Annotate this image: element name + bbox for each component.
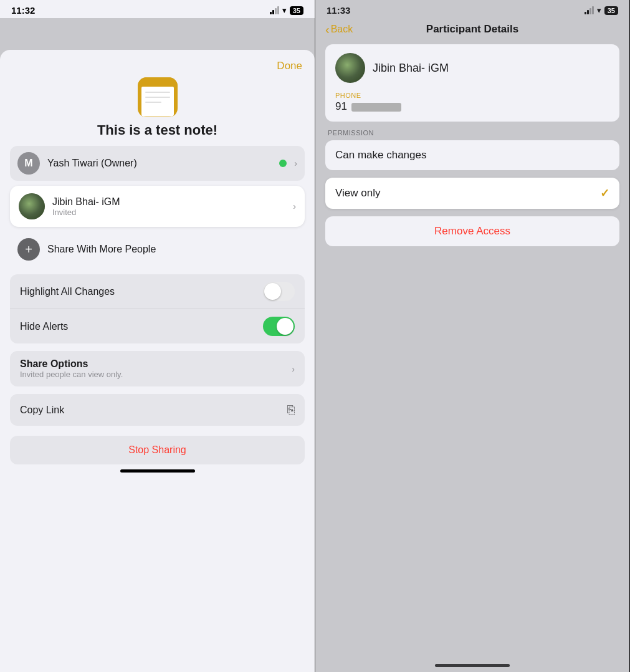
detail-person-row: Jibin Bhai- iGM bbox=[335, 53, 609, 83]
settings-section: Highlight All Changes Hide Alerts bbox=[0, 274, 315, 343]
toggle-thumb-on bbox=[277, 318, 294, 335]
copy-icon: ⎘ bbox=[287, 403, 295, 417]
phone-label: Phone bbox=[335, 92, 609, 99]
detail-name: Jibin Bhai- iGM bbox=[373, 62, 449, 75]
can-make-changes-text: Can make changes bbox=[335, 149, 426, 161]
share-options-title: Share Options bbox=[20, 358, 123, 370]
owner-name: Yash Tiwari (Owner) bbox=[47, 158, 272, 169]
copy-link-text: Copy Link bbox=[20, 405, 64, 416]
back-button[interactable]: ‹ Back bbox=[325, 22, 353, 37]
note-title: This is a test note! bbox=[97, 122, 217, 138]
home-indicator bbox=[120, 469, 195, 473]
right-home-indicator bbox=[435, 664, 510, 667]
phone-blur bbox=[351, 103, 401, 112]
right-wifi-icon: ▾ bbox=[597, 6, 601, 15]
permission-label: PERMISSION bbox=[325, 129, 619, 137]
owner-chevron-icon: › bbox=[294, 158, 297, 168]
note-line-3 bbox=[145, 102, 161, 103]
left-status-icons: ▾ 35 bbox=[270, 6, 303, 15]
note-line-1 bbox=[145, 92, 170, 93]
remove-access-button[interactable]: Remove Access bbox=[325, 216, 619, 246]
phone-number: 91 bbox=[335, 100, 609, 113]
note-line-2 bbox=[145, 97, 170, 98]
highlight-changes-row[interactable]: Highlight All Changes bbox=[10, 274, 305, 309]
detail-avatar bbox=[335, 53, 365, 83]
highlight-changes-label: Highlight All Changes bbox=[20, 286, 115, 297]
right-battery-icon: 35 bbox=[604, 6, 618, 15]
hide-alerts-row[interactable]: Hide Alerts bbox=[10, 309, 305, 343]
done-button[interactable]: Done bbox=[277, 60, 302, 72]
right-time: 11:33 bbox=[327, 5, 350, 16]
participant-avatar-img bbox=[19, 193, 45, 219]
owner-row[interactable]: M Yash Tiwari (Owner) › bbox=[10, 146, 305, 181]
right-phone-screen: 11:33 ▾ 35 ‹ Back Participant Details Ji… bbox=[315, 0, 629, 672]
share-sheet: Done This is a test note! M Yash Tiwari … bbox=[0, 50, 315, 672]
signal-icon bbox=[270, 6, 279, 14]
participant-row[interactable]: Jibin Bhai- iGM Invited › bbox=[10, 186, 305, 227]
toggle-thumb bbox=[264, 283, 281, 300]
detail-phone-section: Phone 91 bbox=[335, 92, 609, 113]
remove-access-section: Remove Access bbox=[325, 216, 619, 246]
share-options-row[interactable]: Share Options Invited people can view on… bbox=[10, 351, 305, 386]
share-options-text: Share Options Invited people can view on… bbox=[20, 358, 123, 379]
stop-sharing-button[interactable]: Stop Sharing bbox=[10, 436, 305, 464]
left-phone-screen: 11:32 ▾ 35 Done bbox=[0, 0, 315, 672]
share-sheet-header: Done bbox=[0, 50, 315, 77]
participants-section: M Yash Tiwari (Owner) › Jibin Bhai- iGM … bbox=[0, 146, 315, 267]
right-signal-icon bbox=[585, 6, 594, 14]
checkmark-icon: ✓ bbox=[600, 186, 609, 200]
note-icon-inner bbox=[141, 87, 174, 117]
plus-icon: + bbox=[17, 238, 40, 261]
share-options-chevron-icon: › bbox=[292, 364, 295, 374]
permission-section: PERMISSION Can make changes bbox=[325, 129, 619, 170]
participant-info: Jibin Bhai- iGM Invited bbox=[52, 196, 285, 217]
back-chevron-icon: ‹ bbox=[325, 22, 330, 37]
highlight-changes-toggle[interactable] bbox=[263, 282, 295, 301]
right-status-icons: ▾ 35 bbox=[585, 6, 618, 15]
nav-bar: ‹ Back Participant Details bbox=[315, 18, 629, 41]
left-status-bar: 11:32 ▾ 35 bbox=[0, 0, 315, 18]
phone-prefix: 91 bbox=[335, 100, 347, 112]
participant-avatar bbox=[19, 193, 45, 219]
view-only-text: View only bbox=[335, 187, 380, 199]
participant-chevron-icon: › bbox=[293, 201, 296, 211]
left-time: 11:32 bbox=[11, 5, 35, 16]
wifi-icon: ▾ bbox=[282, 6, 287, 15]
share-options-card[interactable]: Share Options Invited people can view on… bbox=[10, 351, 305, 386]
note-icon-area: This is a test note! bbox=[0, 77, 315, 146]
owner-avatar: M bbox=[17, 152, 40, 175]
hide-alerts-label: Hide Alerts bbox=[20, 321, 68, 332]
participant-status: Invited bbox=[52, 208, 285, 217]
online-indicator bbox=[279, 160, 287, 167]
share-options-subtitle: Invited people can view only. bbox=[20, 370, 123, 379]
nav-title: Participant Details bbox=[426, 23, 518, 36]
permission-card: Can make changes bbox=[325, 140, 619, 170]
share-more-text: Share With More People bbox=[47, 244, 156, 255]
share-more-row[interactable]: + Share With More People bbox=[10, 232, 305, 267]
can-make-changes-option[interactable]: Can make changes bbox=[325, 140, 619, 170]
battery-icon: 35 bbox=[290, 6, 303, 15]
view-only-option[interactable]: View only ✓ bbox=[325, 178, 619, 209]
back-label: Back bbox=[331, 24, 353, 35]
participant-name: Jibin Bhai- iGM bbox=[52, 196, 285, 208]
participant-detail-card: Jibin Bhai- iGM Phone 91 bbox=[325, 44, 619, 122]
right-status-bar: 11:33 ▾ 35 bbox=[315, 0, 629, 18]
hide-alerts-toggle[interactable] bbox=[263, 317, 295, 336]
note-icon bbox=[138, 77, 178, 117]
copy-link-card[interactable]: Copy Link ⎘ bbox=[10, 394, 305, 426]
settings-card: Highlight All Changes Hide Alerts bbox=[10, 274, 305, 343]
